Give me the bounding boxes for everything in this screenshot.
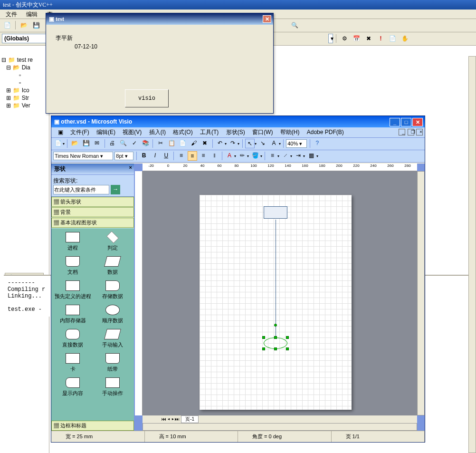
vmenu-pdf[interactable]: Adobe PDF(B) — [304, 129, 347, 135]
underline-icon[interactable]: U — [162, 151, 171, 161]
preview-icon[interactable]: 🔍 — [118, 139, 128, 148]
close-icon[interactable]: ✕ — [263, 15, 271, 23]
tree-item-ico[interactable]: ⊞ 📁 Ico — [0, 87, 49, 94]
drawing-page[interactable] — [200, 195, 352, 410]
tool-icon-3[interactable]: ✖ — [363, 33, 374, 44]
inner-minimize-icon[interactable]: _ — [399, 129, 405, 135]
tree-leaf-2[interactable]: ▫ — [0, 79, 49, 87]
menu-file[interactable]: 文件 — [2, 10, 21, 19]
shape-document[interactable]: 文档 — [53, 254, 92, 278]
nav-next-icon[interactable]: ▶ — [171, 416, 174, 422]
copy-icon[interactable]: 📋 — [167, 139, 176, 148]
save-icon[interactable]: 💾 — [31, 20, 41, 30]
connector-icon[interactable]: ↘ — [258, 139, 267, 148]
align-center-icon[interactable]: ≡ — [188, 151, 197, 161]
vmenu-file[interactable]: 文件(F) — [67, 128, 92, 136]
line-ends-icon[interactable]: ⇥ — [294, 151, 303, 161]
hand-icon[interactable]: ✋ — [400, 33, 410, 44]
close-icon[interactable]: ✕ — [412, 118, 423, 126]
distribute-icon[interactable]: ⦀ — [209, 151, 219, 161]
zoom-combo[interactable]: 40% ▾ — [286, 139, 307, 148]
bold-icon[interactable]: B — [139, 151, 149, 161]
format-painter-icon[interactable]: 🖌 — [189, 139, 199, 148]
search-go-icon[interactable]: → — [111, 185, 120, 194]
scrollbar-vertical[interactable] — [468, 56, 476, 453]
shape-display[interactable]: 显示内容 — [53, 376, 92, 399]
tree-item-dia[interactable]: ⊟ 📂 Dia — [0, 64, 49, 71]
save-icon[interactable]: 💾 — [81, 139, 91, 148]
scrollbar-vertical[interactable] — [417, 171, 425, 415]
new-icon[interactable]: 📄 — [53, 139, 63, 148]
format-icon[interactable]: ▦ — [307, 151, 316, 161]
nav-last-icon[interactable]: ⏭ — [175, 416, 180, 422]
tool-icon-2[interactable]: 📅 — [352, 33, 362, 44]
text-icon[interactable]: A — [269, 139, 279, 148]
nav-first-icon[interactable]: ⏮ — [162, 416, 166, 422]
delete-icon[interactable]: ✖ — [200, 139, 209, 148]
shape-predefined[interactable]: 预先定义的进程 — [53, 279, 92, 302]
mail-icon[interactable]: ✉ — [92, 139, 102, 148]
italic-icon[interactable]: I — [150, 151, 160, 161]
shape-sequential[interactable]: 顺序数据 — [93, 303, 132, 326]
shape-data[interactable]: 数据 — [93, 254, 132, 278]
connector-1[interactable] — [276, 220, 276, 337]
new-icon[interactable]: 📄 — [2, 20, 12, 30]
align-right-icon[interactable]: ≡ — [199, 151, 208, 161]
vmenu-view[interactable]: 视图(V) — [120, 128, 144, 136]
close-icon[interactable]: × — [129, 164, 132, 170]
tool-icon-1[interactable]: ⚙ — [339, 33, 350, 44]
shape-card[interactable]: 卡 — [53, 351, 92, 375]
find-icon[interactable]: 🔍 — [289, 20, 300, 30]
open-icon[interactable]: 📂 — [70, 139, 80, 148]
shape-internal[interactable]: 内部存储器 — [53, 303, 92, 326]
page-tab-1[interactable]: 页-1 — [181, 415, 199, 423]
inner-restore-icon[interactable]: ❐ — [408, 129, 414, 135]
font-combo[interactable]: Times New Roman ▾ — [53, 152, 113, 160]
drawing-canvas[interactable] — [143, 171, 417, 415]
spell-icon[interactable]: ✓ — [130, 139, 139, 148]
shape-manual-op[interactable]: 手动操作 — [93, 376, 132, 399]
visio-button[interactable]: visio — [125, 89, 169, 107]
align-left-icon[interactable]: ≡ — [176, 151, 186, 161]
tree-root[interactable]: ⊟ 📁 test re — [0, 56, 49, 64]
exclaim-icon[interactable]: ! — [375, 33, 386, 44]
open-icon[interactable]: 📂 — [19, 20, 29, 30]
stencil-flowchart[interactable]: ▦ 基本流程图形状 — [51, 218, 134, 228]
combo-2[interactable]: ▾ — [328, 34, 333, 43]
inner-close-icon[interactable]: × — [416, 129, 423, 135]
tool-icon-4[interactable]: 📄 — [388, 33, 398, 44]
scrollbar-horizontal[interactable] — [143, 423, 417, 431]
tree-item-ver[interactable]: ⊞ 📁 Ver — [0, 102, 49, 109]
tree-item-str[interactable]: ⊞ 📁 Str — [0, 94, 49, 102]
vmenu-tools[interactable]: 工具(T) — [197, 128, 221, 136]
font-color-icon[interactable]: A — [225, 151, 234, 161]
line-color-icon[interactable]: ✏ — [238, 151, 247, 161]
stencil-arrows[interactable]: ▦ 箭头形状 — [51, 197, 134, 207]
shape-tape[interactable]: 纸带 — [93, 351, 132, 375]
vmenu-insert[interactable]: 插入(I) — [146, 128, 169, 136]
nav-prev-icon[interactable]: ◀ — [168, 416, 170, 422]
search-input[interactable] — [53, 185, 109, 194]
vmenu-edit[interactable]: 编辑(E) — [94, 128, 118, 136]
research-icon[interactable]: 📚 — [141, 139, 150, 148]
print-icon[interactable]: 🖨 — [107, 139, 117, 148]
shape-direct[interactable]: 直接数据 — [53, 327, 92, 350]
vmenu-format[interactable]: 格式(O) — [170, 128, 195, 136]
line-pattern-icon[interactable]: ⟋ — [281, 151, 290, 161]
visio-title-bar[interactable]: ▣ other.vsd - Microsoft Visio _ □ ✕ — [51, 116, 425, 127]
minimize-icon[interactable]: _ — [390, 118, 400, 126]
shape-decision[interactable]: 判定 — [93, 230, 132, 253]
vmenu-window[interactable]: 窗口(W) — [249, 128, 276, 136]
vmenu-shape[interactable]: 形状(S) — [223, 128, 248, 136]
stencil-borders[interactable]: ▦ 边框和标题 — [51, 421, 134, 431]
menu-edit[interactable]: 编辑 — [22, 10, 41, 19]
line-weight-icon[interactable]: ≡ — [268, 151, 277, 161]
stencil-background[interactable]: ▦ 背景 — [51, 207, 134, 217]
redo-icon[interactable]: ↷ — [228, 139, 238, 148]
maximize-icon[interactable]: □ — [401, 118, 411, 126]
paste-icon[interactable]: 📄 — [178, 139, 187, 148]
fill-color-icon[interactable]: 🪣 — [251, 151, 260, 161]
dialog-title-bar[interactable]: ▣ test ✕ — [46, 13, 273, 25]
pointer-icon[interactable]: ↖ — [245, 139, 255, 148]
shape-stored[interactable]: 存储数据 — [93, 279, 132, 302]
